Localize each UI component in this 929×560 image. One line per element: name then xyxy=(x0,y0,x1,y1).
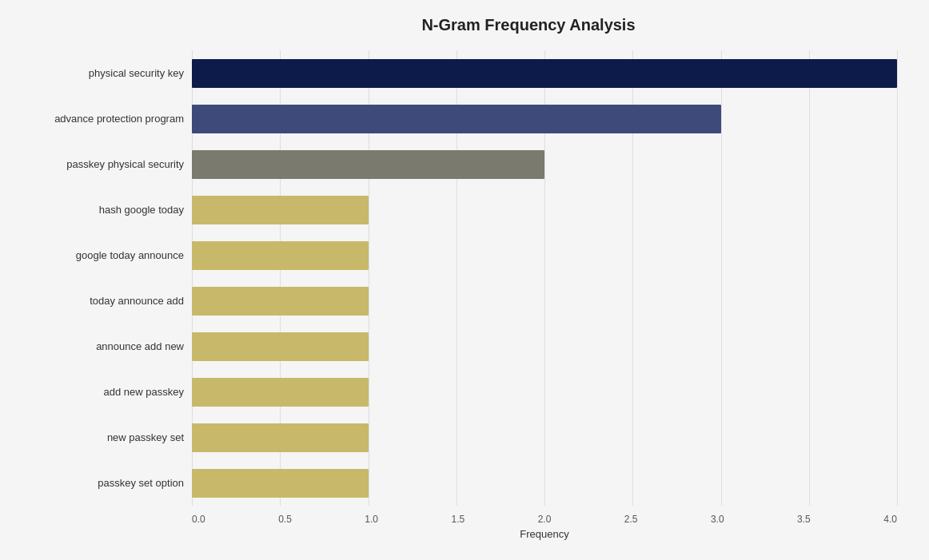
bar-row xyxy=(192,146,897,182)
bar-row xyxy=(192,374,897,410)
x-axis-section: 0.00.51.01.52.02.53.03.54.0 Frequency xyxy=(192,506,897,540)
x-tick: 0.0 xyxy=(192,514,205,525)
x-tick: 3.5 xyxy=(797,514,811,525)
grid-and-bars xyxy=(192,50,897,506)
x-tick: 4.0 xyxy=(883,514,897,525)
chart-area: physical security keyadvance protection … xyxy=(16,50,897,483)
bars-container xyxy=(192,50,897,506)
y-label: physical security key xyxy=(16,50,184,96)
x-tick: 3.0 xyxy=(711,514,724,525)
bar xyxy=(192,469,369,498)
bar-row xyxy=(192,328,897,364)
y-label: advance protection program xyxy=(16,96,184,141)
x-tick: 2.5 xyxy=(624,514,638,525)
y-label: google today announce xyxy=(16,232,184,278)
bottom-section: 0.00.51.01.52.02.53.03.54.0 Frequency xyxy=(16,506,897,540)
x-tick: 1.0 xyxy=(365,514,378,525)
x-tick: 1.5 xyxy=(451,514,464,525)
bar xyxy=(192,378,369,407)
y-label: announce add new xyxy=(16,324,184,369)
y-labels: physical security keyadvance protection … xyxy=(16,50,192,506)
chart-title: N-Gram Frequency Analysis xyxy=(16,16,897,34)
bar-row xyxy=(192,283,897,319)
bar-row xyxy=(192,55,897,91)
y-label: hash google today xyxy=(16,187,184,232)
y-label: today announce add xyxy=(16,278,184,324)
y-label: passkey set option xyxy=(16,460,184,506)
bar xyxy=(192,150,544,179)
bar-row xyxy=(192,237,897,273)
bar-row xyxy=(192,101,897,137)
x-tick: 2.0 xyxy=(538,514,552,525)
bars-section: physical security keyadvance protection … xyxy=(16,50,897,506)
bar-row xyxy=(192,465,897,501)
bar xyxy=(192,241,369,270)
bar xyxy=(192,287,369,316)
bar xyxy=(192,423,369,452)
y-label: new passkey set xyxy=(16,415,184,460)
bar xyxy=(192,196,369,224)
bar-row xyxy=(192,419,897,455)
bars-and-grid xyxy=(192,50,897,506)
bar xyxy=(192,332,369,361)
x-axis-label: Frequency xyxy=(192,528,897,540)
y-label: add new passkey xyxy=(16,369,184,415)
grid-line xyxy=(897,50,898,506)
bar-row xyxy=(192,192,897,228)
chart-container: N-Gram Frequency Analysis physical secur… xyxy=(0,0,929,560)
x-ticks: 0.00.51.01.52.02.53.03.54.0 xyxy=(192,509,897,525)
y-spacer xyxy=(16,506,192,540)
bar xyxy=(192,59,897,88)
y-label: passkey physical security xyxy=(16,141,184,187)
x-tick: 0.5 xyxy=(278,514,292,525)
bar xyxy=(192,105,721,133)
